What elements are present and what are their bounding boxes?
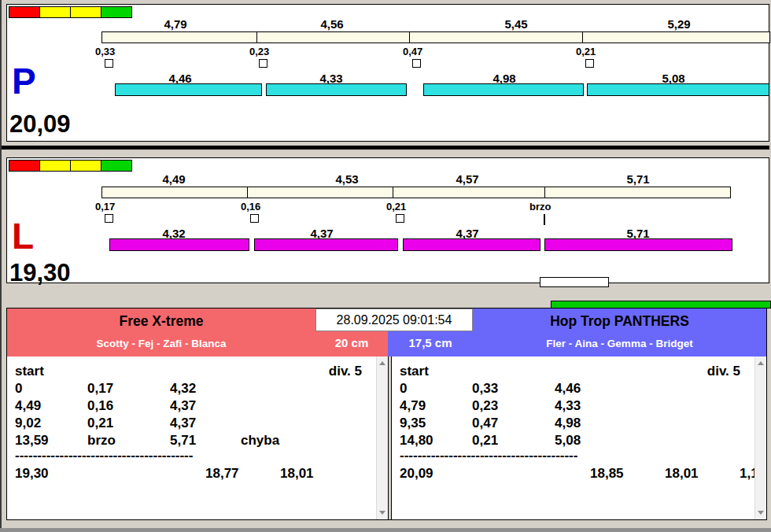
flyball-timing-window: 4,79 4,56 5,45 5,29 0,33 0,23 0,47 0,21 … bbox=[0, 0, 771, 532]
fault-checkbox[interactable] bbox=[412, 59, 421, 68]
start-lights-p bbox=[9, 6, 131, 18]
fault-checkbox[interactable] bbox=[105, 59, 113, 68]
scroll-up-icon[interactable] bbox=[755, 357, 766, 370]
scroll-up-icon[interactable] bbox=[377, 357, 388, 370]
exchange-time-label: 0,47 bbox=[403, 46, 422, 57]
start-lights-l bbox=[9, 160, 131, 172]
window-left-edge bbox=[0, 0, 2, 532]
split-tick bbox=[409, 32, 410, 42]
table-totals-row: 19,30 18,77 18,01 bbox=[7, 465, 376, 482]
start-label: start bbox=[400, 363, 472, 380]
lane-letter: P bbox=[12, 63, 36, 99]
exchange-time-label: 0,21 bbox=[576, 46, 596, 57]
results-panel: Free X-treme Hop Trop PANTHERS Scotty - … bbox=[6, 308, 767, 520]
leg-time-bar bbox=[115, 83, 262, 96]
exchange-time-label: 0,17 bbox=[95, 201, 115, 212]
split-time-label: 4,79 bbox=[164, 17, 186, 31]
team-left-lineup: Scotty - Fej - Zafi - Blanca bbox=[7, 338, 315, 349]
leg-time-bar bbox=[544, 238, 732, 251]
start-light-green-icon bbox=[101, 160, 132, 172]
start-light-yellow1-icon bbox=[39, 6, 71, 18]
lane-panel-l: 4,49 4,53 4,57 5,71 0,17 0,16 0,21 brzo … bbox=[6, 157, 769, 283]
early-pass-marker bbox=[544, 214, 545, 225]
lane-panel-p: 4,79 4,56 5,45 5,29 0,33 0,23 0,47 0,21 … bbox=[6, 4, 769, 142]
lane-letter: L bbox=[12, 218, 34, 254]
start-light-yellow2-icon bbox=[70, 6, 101, 18]
start-light-yellow1-icon bbox=[39, 160, 71, 172]
table-row: start div. 5 bbox=[392, 363, 754, 380]
split-time-label: 5,45 bbox=[504, 17, 527, 31]
split-time-label: 4,57 bbox=[456, 172, 478, 186]
split-tick bbox=[393, 187, 393, 198]
team-right-name: Hop Trop PANTHERS bbox=[473, 313, 766, 330]
datetime-display: 28.09.2025 09:01:54 bbox=[315, 308, 473, 331]
table-totals-row: 20,09 18,85 18,01 1,14 bbox=[392, 465, 754, 482]
team-right-lineup: Fler - Aina - Gemma - Bridget bbox=[473, 338, 766, 349]
lane-total-time: 20,09 bbox=[9, 112, 71, 136]
lane-divider bbox=[2, 146, 769, 150]
table-row: 13,59 brzo 5,71 chyba bbox=[7, 432, 376, 449]
split-time-label: 4,49 bbox=[162, 172, 185, 186]
team-left-name: Free X-treme bbox=[7, 313, 315, 330]
leg-time-bar bbox=[423, 83, 584, 96]
fault-checkbox[interactable] bbox=[250, 214, 259, 223]
leg-time-bar bbox=[403, 238, 540, 251]
team-right-scrollbar[interactable] bbox=[754, 357, 766, 519]
table-row: 4,49 0,16 4,37 bbox=[7, 397, 376, 415]
split-tick bbox=[544, 187, 545, 198]
scroll-down-icon[interactable] bbox=[377, 506, 388, 519]
table-row: 9,35 0,47 4,98 bbox=[392, 415, 754, 432]
fault-checkbox[interactable] bbox=[585, 59, 594, 68]
team-left-scrollbar[interactable] bbox=[376, 357, 388, 519]
team-right-results-rows: start div. 5 0 0,33 4,46 4,79 0,23 4,33 bbox=[392, 357, 754, 519]
window-bottom-edge bbox=[0, 528, 771, 532]
split-tick bbox=[256, 32, 257, 42]
lane-total-time: 19,30 bbox=[9, 260, 71, 285]
division-label: div. 5 bbox=[700, 363, 754, 380]
scroll-down-icon[interactable] bbox=[755, 506, 766, 519]
exchange-flag-label: brzo bbox=[529, 201, 551, 212]
team-right-jump-height: 17,5 cm bbox=[388, 336, 473, 349]
start-light-green-icon bbox=[101, 6, 132, 18]
split-time-label: 4,56 bbox=[320, 17, 343, 31]
division-label: div. 5 bbox=[315, 363, 376, 380]
split-tick bbox=[247, 187, 248, 198]
table-separator: ---------------------------------------- bbox=[392, 449, 754, 465]
start-light-red-icon bbox=[9, 160, 40, 172]
split-tick bbox=[582, 32, 583, 42]
table-row: 14,80 0,21 5,08 bbox=[392, 432, 754, 449]
start-label: start bbox=[15, 363, 87, 380]
split-time-label: 5,29 bbox=[667, 17, 690, 31]
table-row: 0 0,33 4,46 bbox=[392, 380, 754, 397]
exchange-time-label: 0,21 bbox=[386, 201, 406, 212]
team-left-results-table: start div. 5 0 0,17 4,32 4,49 0,16 4,37 bbox=[7, 357, 388, 519]
leg-time-bar bbox=[254, 238, 398, 251]
table-row: start div. 5 bbox=[7, 363, 376, 380]
split-time-label: 4,53 bbox=[335, 172, 358, 186]
exchange-time-label: 0,33 bbox=[95, 46, 115, 57]
team-right-results-table: start div. 5 0 0,33 4,46 4,79 0,23 4,33 bbox=[392, 357, 766, 519]
leg-time-bar bbox=[587, 83, 769, 96]
table-separator: ---------------------------------------- bbox=[7, 449, 376, 465]
fault-checkbox[interactable] bbox=[259, 59, 267, 68]
team-left-results-rows: start div. 5 0 0,17 4,32 4,49 0,16 4,37 bbox=[7, 357, 376, 519]
indicator-bar-white bbox=[540, 277, 609, 287]
leg-time-bar bbox=[109, 238, 249, 251]
exchange-time-label: 0,23 bbox=[249, 46, 269, 57]
split-time-label: 5,71 bbox=[626, 172, 649, 186]
start-light-yellow2-icon bbox=[70, 160, 101, 172]
table-row: 9,02 0,21 4,37 bbox=[7, 415, 376, 432]
team-left-jump-height: 20 cm bbox=[315, 336, 388, 349]
fault-checkbox[interactable] bbox=[105, 214, 113, 223]
start-light-red-icon bbox=[9, 6, 40, 18]
leg-time-bar bbox=[266, 83, 407, 96]
exchange-time-label: 0,16 bbox=[241, 201, 260, 212]
cumulative-time-bar bbox=[101, 31, 770, 43]
table-row: 0 0,17 4,32 bbox=[7, 380, 376, 397]
cumulative-time-bar bbox=[101, 187, 731, 198]
fault-checkbox[interactable] bbox=[396, 214, 404, 223]
table-row: 4,79 0,23 4,33 bbox=[392, 397, 754, 415]
